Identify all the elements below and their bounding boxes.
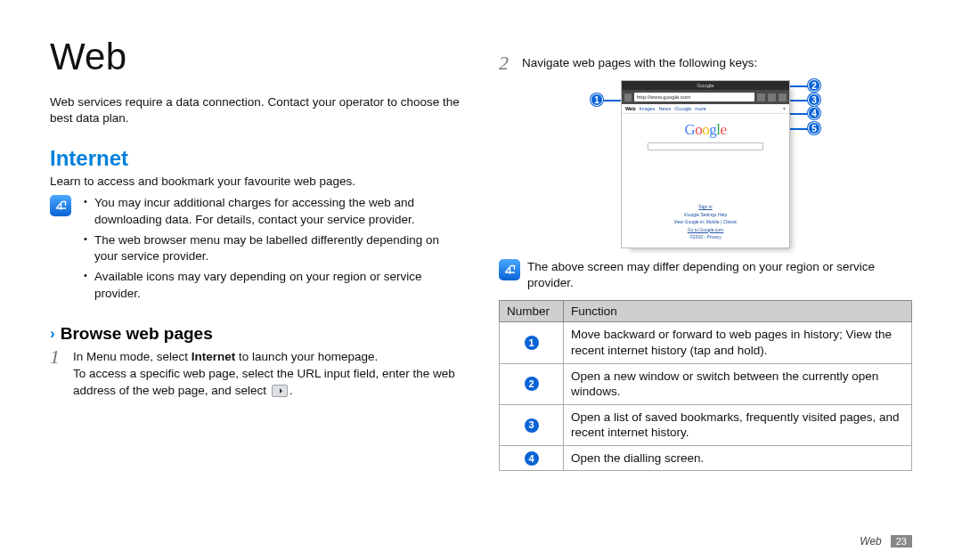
step1-line2-post: . [289,384,293,397]
subsection-label: Browse web pages [61,324,213,344]
right-note-block: The above screen may differ depending on… [499,259,912,291]
google-search-field [648,142,763,150]
row-function: Move backward or forward to web pages in… [564,322,912,363]
device-tabrow: Web Images News iGoogle more ▾ [622,104,789,114]
table-row: 4 Open the dialling screen. [500,445,912,471]
table-row: 3 Open a list of saved bookmarks, freque… [500,404,912,445]
step1-post: to launch your homepage. [235,350,378,363]
step-2: 2 Navigate web pages with the following … [499,55,912,73]
subsection-heading-browse: › Browse web pages [50,324,463,344]
callout-badge-2: 2 [808,79,820,92]
page-columns: Web Web services require a data connecti… [0,0,962,489]
device-mockup: Google http://www.google.com Web Images … [621,80,790,248]
google-logo: Google [684,121,726,139]
row-number-badge: 3 [525,418,539,433]
step-1: 1 In Menu mode, select Internet to launc… [50,349,463,400]
callout-badge-1: 1 [591,93,603,106]
note-item: You may incur additional charges for acc… [84,195,463,227]
row-function: Open a list of saved bookmarks, frequent… [564,404,912,445]
tab: iGoogle [674,106,691,111]
section-heading-internet: Internet [50,146,463,171]
google-footer-links: Sign in iGoogle Settings Help View Googl… [673,204,737,242]
th-function: Function [564,301,912,322]
device-figure: 1 2 3 4 5 Google http://www.google.com W… [585,80,826,248]
step1-line2-pre: To access a specific web page, select th… [73,367,455,397]
go-arrow-icon [272,385,288,397]
device-body: Google Sign in iGoogle Settings Help Vie… [622,114,789,248]
callout-badge-4: 4 [808,107,820,119]
tab: News [659,106,672,111]
th-number: Number [500,301,564,322]
left-column: Web Web services require a data connecti… [50,36,463,471]
device-statusbar: Google [622,81,789,90]
page-title: Web [50,36,463,78]
intro-text: Web services require a data connection. … [50,94,460,126]
note-list: You may incur additional charges for acc… [78,195,463,305]
note-block: You may incur additional charges for acc… [50,195,463,305]
back-forward-icon [624,93,632,101]
windows-icon [768,93,776,101]
device-urlbar: http://www.google.com [622,90,789,104]
tab: Images [640,106,656,111]
right-column: 2 Navigate web pages with the following … [499,36,912,471]
step-2-text: Navigate web pages with the following ke… [522,55,912,72]
callout-badge-5: 5 [808,122,820,134]
callout-badge-3: 3 [808,93,820,106]
note-item: Available icons may vary depending on yo… [84,269,463,301]
footer-page-number: 23 [891,535,912,548]
page-footer: Web 23 [860,535,912,548]
row-function: Open a new window or switch between the … [564,363,912,404]
note-icon [50,195,71,216]
table-row: 2 Open a new window or switch between th… [500,363,912,404]
tab: more [695,106,706,111]
row-number-badge: 2 [525,377,539,391]
function-table: Number Function 1 Move backward or forwa… [499,300,912,471]
step1-pre: In Menu mode, select [73,350,192,363]
reload-icon [757,93,765,101]
step-1-body: In Menu mode, select Internet to launch … [73,349,463,400]
row-number-badge: 4 [525,451,539,466]
right-note-text: The above screen may differ depending on… [527,259,912,291]
note-item: The web browser menu may be labelled dif… [84,232,463,264]
url-field: http://www.google.com [634,93,754,101]
step1-bold: Internet [192,350,236,363]
chevron-icon: › [50,325,55,343]
footer-section-label: Web [860,535,881,548]
step-number-1: 1 [50,347,64,367]
row-function: Open the dialling screen. [564,445,912,471]
step-number-2: 2 [499,53,513,73]
tab: Web [625,106,636,111]
row-number-badge: 1 [525,336,539,350]
note-icon [499,259,520,280]
table-row: 1 Move backward or forward to web pages … [500,322,912,363]
bookmark-icon [779,93,787,101]
internet-lead: Learn to access and bookmark your favour… [50,174,463,188]
